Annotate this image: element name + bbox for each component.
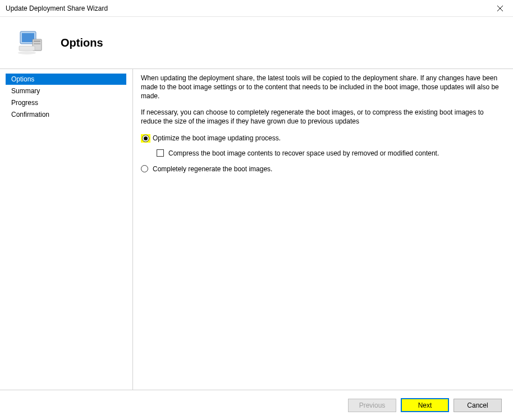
checkbox-compress[interactable]: Compress the boot image contents to reco…: [141, 148, 503, 159]
wizard-footer: Previous Next Cancel: [0, 390, 513, 420]
previous-button: Previous: [348, 399, 396, 412]
main-area: Options Summary Progress Confirmation Wh…: [0, 69, 513, 390]
title-bar: Update Deployment Share Wizard: [0, 0, 513, 17]
svg-point-8: [18, 51, 36, 54]
radio-regenerate[interactable]: Completely regenerate the boot images.: [141, 163, 503, 175]
options-group: Optimize the boot image updating process…: [141, 133, 503, 175]
cancel-button[interactable]: Cancel: [454, 399, 502, 412]
page-title: Options: [61, 36, 103, 49]
radio-regenerate-label: Completely regenerate the boot images.: [153, 165, 272, 173]
svg-rect-5: [34, 40, 40, 42]
radio-optimize-label: Optimize the boot image updating process…: [153, 134, 281, 142]
window-title: Update Deployment Share Wizard: [6, 4, 108, 12]
svg-rect-7: [19, 46, 35, 51]
checkbox-icon: [157, 149, 164, 157]
sidebar-item-confirmation[interactable]: Confirmation: [6, 109, 126, 120]
next-button[interactable]: Next: [401, 398, 449, 412]
description-paragraph-2: If necessary, you can choose to complete…: [141, 108, 503, 126]
sidebar-item-summary[interactable]: Summary: [6, 85, 126, 97]
sidebar-item-progress[interactable]: Progress: [6, 97, 126, 108]
close-icon: [497, 6, 503, 11]
sidebar-item-options[interactable]: Options: [6, 74, 126, 85]
checkbox-compress-label: Compress the boot image contents to reco…: [168, 149, 439, 157]
highlight-marker: [141, 134, 150, 143]
close-button[interactable]: [487, 0, 513, 17]
computer-icon: [17, 29, 44, 56]
wizard-content: When updating the deployment share, the …: [132, 69, 513, 390]
sidebar-item-label: Progress: [11, 99, 38, 107]
sidebar-item-label: Options: [11, 75, 34, 83]
radio-icon: [141, 165, 148, 172]
radio-wrapper: [141, 165, 148, 172]
svg-rect-6: [34, 43, 40, 44]
wizard-steps-sidebar: Options Summary Progress Confirmation: [0, 69, 132, 390]
wizard-header: Options: [0, 17, 513, 69]
sidebar-item-label: Confirmation: [11, 111, 49, 118]
radio-optimize[interactable]: Optimize the boot image updating process…: [141, 133, 503, 144]
description-paragraph-1: When updating the deployment share, the …: [141, 74, 503, 101]
sidebar-item-label: Summary: [11, 87, 40, 95]
radio-icon: [142, 135, 149, 142]
